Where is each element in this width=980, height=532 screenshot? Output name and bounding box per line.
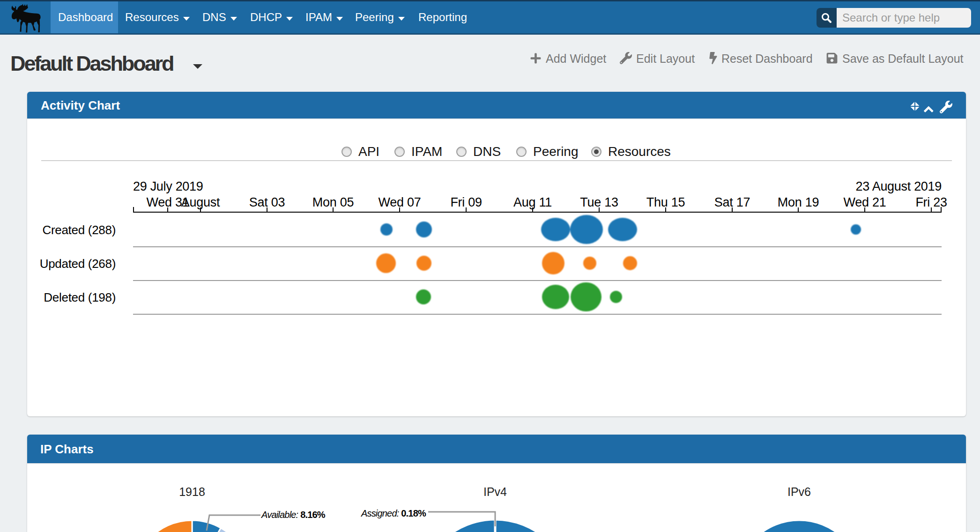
svg-text:1918: 1918	[179, 485, 205, 498]
svg-text:Aug 11: Aug 11	[513, 195, 552, 209]
svg-text:August: August	[181, 195, 220, 209]
svg-text:Tue 13: Tue 13	[580, 195, 618, 209]
svg-text:Fri 23: Fri 23	[915, 195, 947, 209]
svg-text:IPv4: IPv4	[483, 485, 507, 498]
svg-text:Available: 8.16%: Available: 8.16%	[261, 510, 326, 520]
svg-text:29 July 2019: 29 July 2019	[133, 179, 203, 193]
svg-text:Sat 17: Sat 17	[714, 195, 750, 209]
svg-text:Mon 19: Mon 19	[778, 195, 819, 209]
svg-text:Sat 03: Sat 03	[249, 195, 285, 209]
svg-text:Wed 21: Wed 21	[844, 195, 886, 209]
svg-text:IPv6: IPv6	[787, 485, 811, 498]
svg-text:Updated (268): Updated (268)	[40, 257, 116, 271]
svg-text:Created (288): Created (288)	[42, 223, 116, 237]
svg-text:Mon 05: Mon 05	[312, 195, 354, 209]
svg-text:Fri 09: Fri 09	[450, 195, 482, 209]
svg-text:Thu 15: Thu 15	[646, 195, 685, 209]
svg-text:Assigned: 0.18%: Assigned: 0.18%	[361, 508, 426, 518]
svg-text:Wed 07: Wed 07	[379, 195, 421, 209]
svg-text:Deleted (198): Deleted (198)	[44, 290, 116, 304]
svg-text:23 August 2019: 23 August 2019	[856, 179, 942, 193]
